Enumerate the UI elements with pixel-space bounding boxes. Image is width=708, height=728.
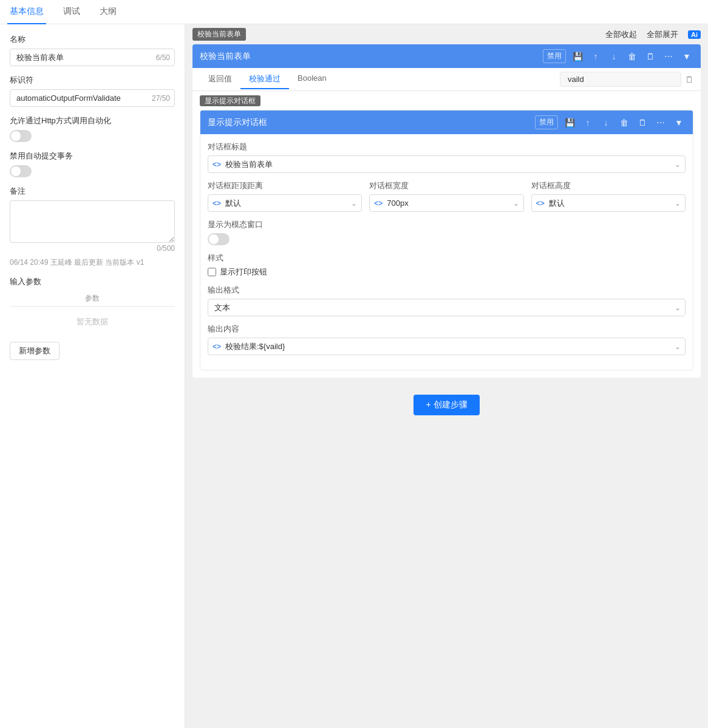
id-input[interactable] <box>10 89 175 107</box>
return-value-right: 🗒 <box>560 68 693 90</box>
step-copy-icon-1[interactable]: 🗒 <box>644 50 657 63</box>
sub-step-title: 显示提示对话框 <box>208 117 267 128</box>
step-down-icon-1[interactable]: ↓ <box>607 50 621 63</box>
breadcrumb-tag: 校验当前表单 <box>192 28 246 41</box>
sub-step-collapse-icon[interactable]: ▼ <box>672 116 686 129</box>
return-tab-area: 返回值 校验通过 Boolean 🗒 <box>192 68 701 91</box>
http-toggle[interactable] <box>10 130 32 142</box>
print-btn-checkbox-row: 显示打印按钮 <box>208 267 686 277</box>
create-step-button[interactable]: + 创建步骤 <box>414 395 479 415</box>
name-label: 名称 <box>10 34 175 45</box>
dialog-width-field: 对话框宽度 <> 700px ⌄ <box>369 180 523 212</box>
step-more-icon-1[interactable]: ⋯ <box>662 50 675 63</box>
remark-count: 0/500 <box>157 244 175 253</box>
tab-basic[interactable]: 基本信息 <box>7 0 46 24</box>
sub-step-save-icon[interactable]: 💾 <box>563 116 576 129</box>
id-label: 标识符 <box>10 75 175 86</box>
dialog-distance-code-icon: <> <box>213 199 221 208</box>
vaild-input[interactable] <box>560 72 681 87</box>
modal-toggle[interactable] <box>208 233 230 245</box>
print-btn-checkbox[interactable] <box>208 268 216 276</box>
dialog-width-wrapper: <> 700px ⌄ <box>369 194 523 212</box>
three-cols-config: 对话框距顶距离 <> 默认 ⌄ 对话框宽度 <box>208 180 686 212</box>
top-nav: 基本信息 调试 大纲 <box>0 0 708 24</box>
output-content-field: 输出内容 <> 校验结果:${vaild} ⌄ <box>208 324 686 355</box>
sub-step-down-icon[interactable]: ↓ <box>599 116 613 129</box>
auto-submit-label: 禁用自动提交事务 <box>10 151 175 162</box>
return-value-tab[interactable]: 返回值 <box>200 70 240 89</box>
add-param-button[interactable]: 新增参数 <box>10 342 60 360</box>
dialog-height-label: 对话框高度 <box>531 180 686 191</box>
dialog-title-field: 对话框标题 <> 校验当前表单 ⌄ <box>208 141 686 173</box>
sub-step-more-icon[interactable]: ⋯ <box>654 116 667 129</box>
output-content-select[interactable]: 校验结果:${vaild} <box>208 338 686 355</box>
http-label: 允许通过Http方式调用自动化 <box>10 115 175 126</box>
dialog-width-code-icon: <> <box>374 199 383 208</box>
step-title-1: 校验当前表单 <box>200 51 251 62</box>
http-toggle-row <box>10 130 175 142</box>
output-format-field: 输出格式 文本 ⌄ <box>208 285 686 316</box>
step-block-1: 校验当前表单 禁用 💾 ↑ ↓ 🗑 🗒 ⋯ ▼ 返回值 校验通过 <box>192 44 701 378</box>
dialog-distance-label: 对话框距顶距离 <box>208 180 362 191</box>
step-header-1: 校验当前表单 禁用 💾 ↑ ↓ 🗑 🗒 ⋯ ▼ <box>192 44 701 68</box>
dialog-distance-field: 对话框距顶距离 <> 默认 ⌄ <box>208 180 362 212</box>
sub-step-block: 显示提示对话框 禁用 💾 ↑ ↓ 🗑 🗒 ⋯ ▼ <box>200 110 693 370</box>
dialog-title-wrapper: <> 校验当前表单 ⌄ <box>208 155 686 173</box>
boolean-tab[interactable]: Boolean <box>289 70 335 89</box>
name-input[interactable] <box>10 49 175 66</box>
expand-all-link[interactable]: 全部展开 <box>647 29 678 40</box>
collapse-all-link[interactable]: 全部收起 <box>605 29 637 40</box>
step-up-icon-1[interactable]: ↑ <box>589 50 602 63</box>
main-layout: 名称 6/50 标识符 27/50 允许通过Http方式调用自动化 禁用自动提交… <box>0 24 708 728</box>
step-header-left-1: 校验当前表单 <box>200 51 251 62</box>
sub-step-up-icon[interactable]: ↑ <box>581 116 594 129</box>
remark-input[interactable] <box>10 200 175 243</box>
id-input-row: 27/50 <box>10 89 175 107</box>
sub-step-delete-icon[interactable]: 🗑 <box>618 116 631 129</box>
dialog-distance-wrapper: <> 默认 ⌄ <box>208 194 362 212</box>
dialog-title-select[interactable]: 校验当前表单 <box>208 155 686 173</box>
tab-outline[interactable]: 大纲 <box>97 0 119 24</box>
right-panel: 校验当前表单 全部收起 全部展开 Ai 校验当前表单 禁用 💾 ↑ ↓ 🗑 <box>185 24 708 728</box>
copy-vaild-icon[interactable]: 🗒 <box>685 75 693 84</box>
dialog-height-select[interactable]: 默认 <box>531 194 686 212</box>
sub-step-header-actions: 禁用 💾 ↑ ↓ 🗑 🗒 ⋯ ▼ <box>535 115 686 129</box>
params-header: 参数 <box>10 291 175 307</box>
step-disable-btn-1[interactable]: 禁用 <box>543 49 566 63</box>
auto-submit-toggle[interactable] <box>10 165 32 177</box>
sub-step-disable-btn[interactable]: 禁用 <box>535 115 558 129</box>
dialog-height-field: 对话框高度 <> 默认 ⌄ <box>531 180 686 212</box>
output-content-code-icon: <> <box>213 342 221 351</box>
dialog-width-label: 对话框宽度 <box>369 180 523 191</box>
sub-step-body: 对话框标题 <> 校验当前表单 ⌄ 对话框距顶距离 <box>200 134 693 370</box>
input-params-title: 输入参数 <box>10 276 175 287</box>
meta-info: 06/14 20:49 王延峰 最后更新 当前版本 v1 <box>10 257 175 268</box>
output-content-label: 输出内容 <box>208 324 686 335</box>
remark-label: 备注 <box>10 186 175 197</box>
params-col: 参数 <box>10 293 175 304</box>
sub-step-header: 显示提示对话框 禁用 💾 ↑ ↓ 🗑 🗒 ⋯ ▼ <box>200 111 693 134</box>
step-save-icon-1[interactable]: 💾 <box>571 50 584 63</box>
tab-debug[interactable]: 调试 <box>61 0 83 24</box>
dialog-height-wrapper: <> 默认 ⌄ <box>531 194 686 212</box>
sub-step-copy-icon[interactable]: 🗒 <box>636 116 649 129</box>
ai-badge: Ai <box>688 30 701 39</box>
print-btn-label: 显示打印按钮 <box>220 267 267 277</box>
output-format-select[interactable]: 文本 <box>208 299 686 316</box>
top-action-bar: 校验当前表单 全部收起 全部展开 Ai <box>185 24 708 44</box>
step-delete-icon-1[interactable]: 🗑 <box>625 50 639 63</box>
remark-row: 0/500 <box>10 200 175 253</box>
top-right-area: 全部收起 全部展开 Ai <box>605 29 701 40</box>
dialog-width-select[interactable]: 700px <box>369 194 523 212</box>
dialog-distance-select[interactable]: 默认 <box>208 194 362 212</box>
validate-pass-tab[interactable]: 校验通过 <box>240 70 289 89</box>
id-count: 27/50 <box>152 94 170 103</box>
sub-step-header-left: 显示提示对话框 <box>208 117 267 128</box>
output-format-wrapper: 文本 ⌄ <box>208 299 686 316</box>
sub-step-tag: 显示提示对话框 <box>200 95 260 106</box>
empty-data: 暂无数据 <box>10 307 175 337</box>
modal-toggle-row <box>208 233 686 245</box>
step-collapse-icon-1[interactable]: ▼ <box>680 50 693 63</box>
step-header-actions-1: 禁用 💾 ↑ ↓ 🗑 🗒 ⋯ ▼ <box>543 49 693 63</box>
return-tabs-left: 返回值 校验通过 Boolean <box>200 70 335 89</box>
